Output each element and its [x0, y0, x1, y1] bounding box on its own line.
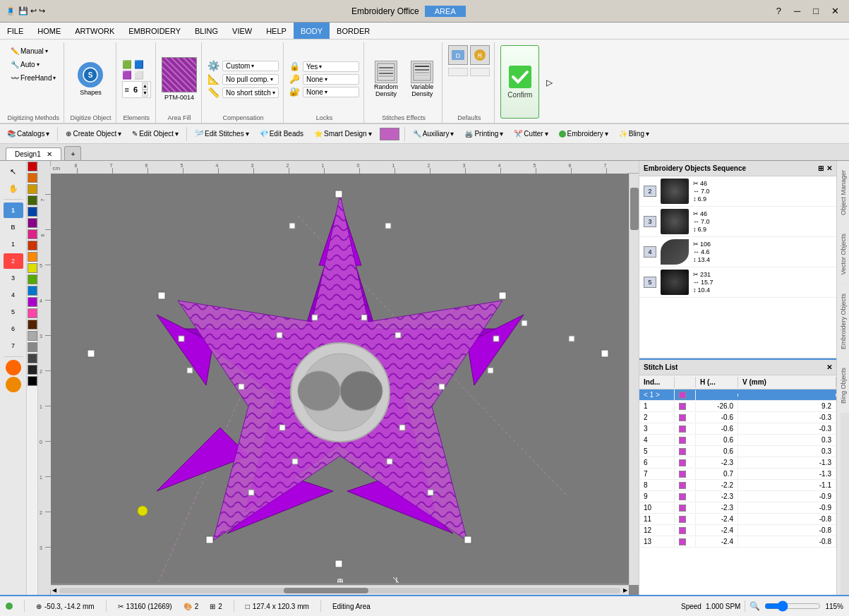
freehand-btn[interactable]: 〰️ FreeHand ▾: [7, 72, 59, 84]
create-object-btn[interactable]: ⊕ Create Object ▾: [61, 128, 126, 140]
menu-artwork[interactable]: ARTWORK: [68, 23, 121, 39]
tool3[interactable]: 1: [4, 236, 23, 252]
ribbon-expand[interactable]: ▷: [545, 42, 554, 123]
side-tab-object-manager[interactable]: Object Manager: [837, 161, 850, 224]
stitch-row-2[interactable]: 2 -0.6 -0.3: [639, 412, 836, 423]
palette-swatch[interactable]: [28, 162, 37, 171]
cutter-btn[interactable]: ✂️ Cutter ▾: [510, 128, 552, 140]
confirm-button[interactable]: Confirm: [500, 45, 539, 119]
stitch-row-10[interactable]: 10 -2.3 -0.9: [639, 502, 836, 514]
menu-embroidery[interactable]: EMBROIDERY: [121, 23, 188, 39]
color-swatch-display[interactable]: [380, 128, 399, 140]
palette-swatch[interactable]: [28, 241, 37, 250]
palette-swatch[interactable]: [28, 195, 37, 205]
tool9[interactable]: 7: [4, 338, 23, 354]
palette-swatch[interactable]: [28, 320, 37, 330]
minimize-button[interactable]: ─: [790, 4, 805, 18]
stitch-row-12[interactable]: 12 -2.4 -0.8: [639, 525, 836, 536]
embroidery-btn[interactable]: Embroidery ▾: [555, 128, 613, 140]
seq-row-4[interactable]: 4 ✂106 ↔4.6 ↕13.4: [639, 237, 836, 267]
defaults-icon1[interactable]: D: [448, 45, 468, 65]
seq-panel-close-icon[interactable]: ✕: [826, 164, 832, 172]
menu-border[interactable]: BORDER: [330, 23, 377, 39]
pull-comp-dropdown[interactable]: No pull comp. ▾: [222, 74, 279, 85]
fill-preview[interactable]: [162, 57, 197, 92]
menu-view[interactable]: VIEW: [225, 23, 259, 39]
edit-stitches-btn[interactable]: 🪡 Edit Stitches ▾: [191, 128, 253, 140]
stitch-row-3[interactable]: 3 -0.6 -0.3: [639, 423, 836, 435]
help-button[interactable]: ?: [772, 4, 785, 18]
color-tool[interactable]: [6, 360, 21, 375]
tool6[interactable]: 4: [4, 287, 23, 303]
auxiliary-btn[interactable]: 🔧 Auxiliary ▾: [409, 128, 459, 140]
seq-panel-expand-icon[interactable]: ⊞: [818, 164, 824, 172]
catalogs-btn[interactable]: 📚 Catalogs ▾: [3, 128, 54, 140]
edit-beads-btn[interactable]: 💎 Edit Beads: [255, 128, 308, 140]
canvas-area[interactable]: cm 8 7 6 5 4 3 2 1 0: [38, 161, 639, 595]
hscroll[interactable]: ◀ ▶: [51, 585, 629, 595]
menu-home[interactable]: HOME: [30, 23, 68, 39]
tool5[interactable]: 3: [4, 270, 23, 286]
palette-swatch[interactable]: [28, 184, 37, 194]
defaults-icon2[interactable]: R: [470, 45, 490, 65]
bling-btn[interactable]: ✨ Bling ▾: [615, 128, 654, 140]
yes-dropdown[interactable]: Yes ▾: [303, 61, 359, 72]
manual-btn[interactable]: ✏️ Manual ▾: [7, 45, 52, 57]
new-tab-btn[interactable]: +: [64, 146, 81, 160]
stitch-panel-close-btn[interactable]: ✕: [826, 363, 832, 371]
side-tab-embroidery-objects[interactable]: Embroidery Objects: [837, 284, 850, 358]
pan-tool[interactable]: ✋: [4, 181, 23, 196]
stitch-row-1[interactable]: 1 -26.0 9.2: [639, 401, 836, 412]
stitch-row-13[interactable]: 13 -2.4 -0.8: [639, 536, 836, 548]
design-canvas[interactable]: [51, 174, 639, 584]
menu-help[interactable]: HELP: [259, 23, 294, 39]
variable-density-btn[interactable]: VariableDensity: [407, 58, 438, 100]
stitch-row-4[interactable]: 4 0.6 0.3: [639, 435, 836, 446]
auto-btn[interactable]: 🔧 Auto ▾: [7, 59, 43, 71]
hscroll-right-icon[interactable]: ▶: [622, 587, 629, 593]
palette-swatch[interactable]: [28, 173, 37, 183]
stitch-row-9[interactable]: 9 -2.3 -0.9: [639, 491, 836, 502]
stitch-header-row[interactable]: < 1 >: [639, 389, 836, 401]
palette-swatch[interactable]: [28, 286, 37, 296]
palette-swatch[interactable]: [28, 297, 37, 307]
save-icon[interactable]: 💾: [18, 6, 28, 16]
none2-dropdown[interactable]: None ▾: [303, 87, 359, 97]
palette-swatch[interactable]: [28, 218, 37, 228]
menu-file[interactable]: FILE: [0, 23, 30, 39]
edit-object-btn[interactable]: ✎ Edit Object ▾: [128, 128, 183, 140]
palette-swatch[interactable]: [28, 252, 37, 262]
node-tool[interactable]: 1: [4, 203, 23, 218]
menu-body[interactable]: BODY: [294, 23, 330, 39]
stitch-row-6[interactable]: 6 -2.3 -1.3: [639, 457, 836, 469]
smart-design-btn[interactable]: ⭐ Smart Design ▾: [310, 128, 376, 140]
color-tool2[interactable]: [6, 377, 21, 392]
seq-row-2[interactable]: 2 ✂46 ↔7.0 ↕6.9: [639, 176, 836, 207]
restore-button[interactable]: □: [809, 4, 823, 18]
menu-bling[interactable]: BLING: [188, 23, 225, 39]
seq-row-5[interactable]: 5 ✂231 ↔15.7 ↕10.4: [639, 267, 836, 298]
undo-icon[interactable]: ↩: [30, 6, 37, 16]
palette-swatch[interactable]: [28, 376, 37, 386]
stitch-up-btn[interactable]: ▲: [142, 83, 148, 90]
close-button[interactable]: ✕: [827, 4, 843, 18]
side-tab-bing-objects[interactable]: Bing Objects: [837, 358, 850, 413]
seq-row-3[interactable]: 3 ✂46 ↔7.0 ↕6.9: [639, 207, 836, 237]
stitch-row-5[interactable]: 5 0.6 0.3: [639, 446, 836, 457]
vscroll-thumb[interactable]: [630, 188, 639, 230]
select-tool[interactable]: ↖: [4, 164, 23, 179]
palette-swatch[interactable]: [28, 229, 37, 239]
tool7[interactable]: 5: [4, 304, 23, 320]
stitch-row-11[interactable]: 11 -2.4 -0.8: [639, 514, 836, 525]
zoom-slider[interactable]: [764, 600, 821, 612]
stitch-row-8[interactable]: 8 -2.2 -1.1: [639, 480, 836, 491]
palette-swatch[interactable]: [28, 342, 37, 352]
tool4[interactable]: 2: [4, 253, 23, 269]
hscroll-thumb[interactable]: [284, 588, 368, 593]
short-stitch-dropdown[interactable]: No short stitch ▾: [222, 87, 279, 98]
custom-dropdown[interactable]: Custom ▾: [222, 61, 279, 71]
palette-swatch[interactable]: [28, 263, 37, 273]
redo-icon[interactable]: ↪: [39, 6, 45, 16]
stitch-row-7[interactable]: 7 0.7 -1.3: [639, 469, 836, 480]
tab-design1[interactable]: Design1 ✕: [6, 147, 61, 160]
